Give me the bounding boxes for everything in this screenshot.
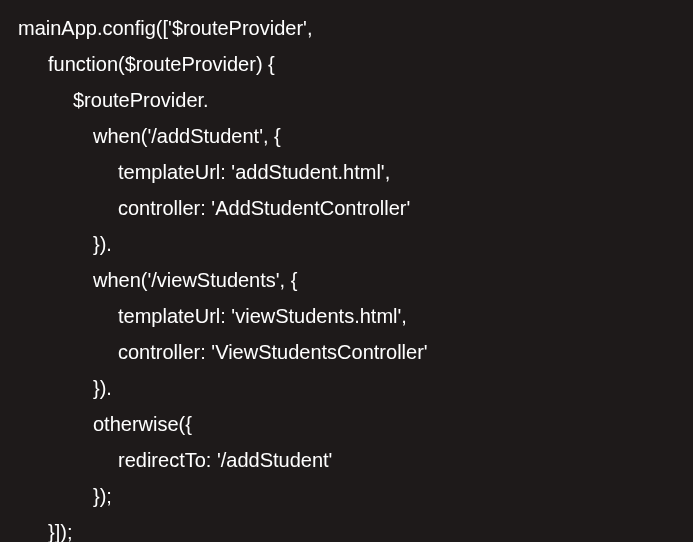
code-line: templateUrl: 'viewStudents.html', xyxy=(18,298,675,334)
code-line: when('/viewStudents', { xyxy=(18,262,675,298)
code-line: otherwise({ xyxy=(18,406,675,442)
code-line: $routeProvider. xyxy=(18,82,675,118)
code-line: controller: 'AddStudentController' xyxy=(18,190,675,226)
code-line: when('/addStudent', { xyxy=(18,118,675,154)
code-line: }). xyxy=(18,226,675,262)
code-line: }]); xyxy=(18,514,675,542)
code-line: function($routeProvider) { xyxy=(18,46,675,82)
code-line: mainApp.config(['$routeProvider', xyxy=(18,10,675,46)
code-line: controller: 'ViewStudentsController' xyxy=(18,334,675,370)
code-line: }). xyxy=(18,370,675,406)
code-line: }); xyxy=(18,478,675,514)
code-block: mainApp.config(['$routeProvider',functio… xyxy=(18,10,675,542)
code-line: templateUrl: 'addStudent.html', xyxy=(18,154,675,190)
code-line: redirectTo: '/addStudent' xyxy=(18,442,675,478)
